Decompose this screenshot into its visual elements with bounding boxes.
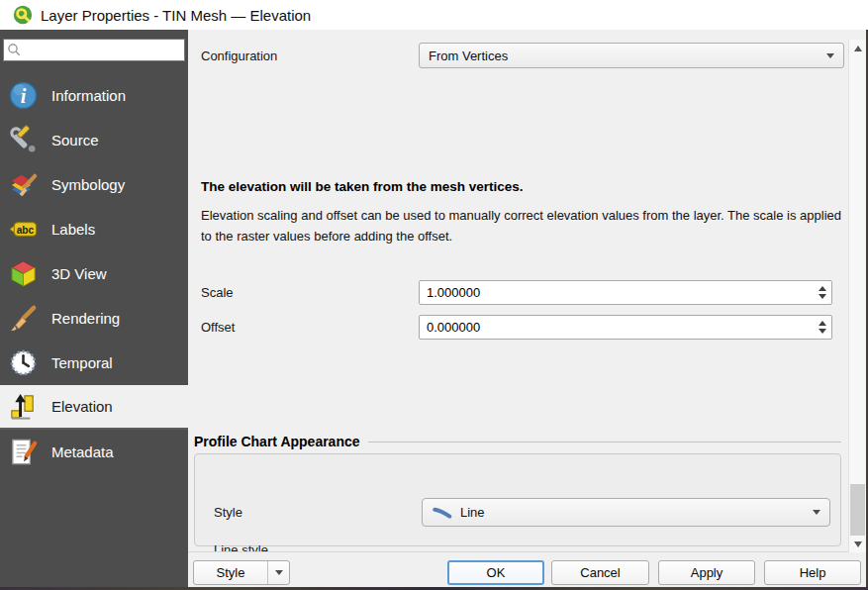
configuration-label: Configuration xyxy=(201,49,277,63)
spin-up-icon xyxy=(819,321,826,326)
svg-text:abc: abc xyxy=(17,225,35,236)
style-label: Style xyxy=(214,505,242,520)
search-input[interactable] xyxy=(22,42,181,58)
style-menu-button[interactable]: Style xyxy=(193,560,290,585)
scroll-up-button[interactable] xyxy=(849,40,866,56)
configuration-combobox[interactable]: From Vertices xyxy=(419,43,844,68)
chevron-down-icon xyxy=(813,510,820,515)
profile-style-combobox[interactable]: Line xyxy=(422,498,830,527)
header-divider xyxy=(368,442,841,442)
labels-icon: abc xyxy=(8,214,39,245)
cancel-button[interactable]: Cancel xyxy=(551,560,649,585)
profile-chart-appearance-group: Style Line Line style xyxy=(194,453,841,546)
rendering-icon xyxy=(8,303,39,334)
scale-label: Scale xyxy=(201,285,234,300)
sidebar-item-elevation[interactable]: Elevation xyxy=(0,385,188,430)
scroll-down-icon xyxy=(854,541,862,547)
profile-style-value: Line xyxy=(460,505,807,520)
offset-label: Offset xyxy=(201,320,235,335)
sidebar-item-rendering[interactable]: Rendering xyxy=(0,296,188,341)
scroll-down-button[interactable] xyxy=(849,536,866,552)
elevation-notice: The elevation will be taken from the mes… xyxy=(201,179,842,194)
elevation-settings-panel: Configuration From Vertices The elevatio… xyxy=(188,30,868,590)
offset-spinbox xyxy=(419,315,832,340)
sidebar-search[interactable] xyxy=(3,39,185,61)
title-bar: Layer Properties - TIN Mesh — Elevation xyxy=(0,0,868,30)
scale-spin-buttons[interactable] xyxy=(814,281,831,304)
sidebar-item-information[interactable]: i Information xyxy=(0,73,188,118)
metadata-icon xyxy=(8,437,39,467)
line-symbol-icon xyxy=(432,506,453,520)
apply-button[interactable]: Apply xyxy=(658,560,755,585)
elevation-icon xyxy=(8,391,39,422)
sidebar-item-label: Temporal xyxy=(51,354,113,371)
sidebar-nav: i Information Source Symbology xyxy=(0,73,188,474)
elevation-description: Elevation scaling and offset can be used… xyxy=(201,206,846,247)
sidebar-item-3d-view[interactable]: 3D View xyxy=(0,251,188,296)
profile-chart-appearance-header: Profile Chart Appearance xyxy=(194,434,841,449)
source-icon xyxy=(8,125,39,155)
scale-input[interactable] xyxy=(420,281,814,304)
search-icon xyxy=(7,43,22,57)
chevron-down-icon xyxy=(275,570,283,575)
offset-input[interactable] xyxy=(420,316,814,339)
style-menu-label: Style xyxy=(194,565,267,580)
spin-up-icon xyxy=(819,286,826,291)
style-menu-dropdown[interactable] xyxy=(267,561,289,584)
vertical-scrollbar[interactable] xyxy=(848,40,866,552)
temporal-icon xyxy=(8,347,39,378)
sidebar-item-label: Symbology xyxy=(51,176,125,193)
scrollbar-thumb[interactable] xyxy=(850,484,865,536)
line-style-label: Line style xyxy=(214,542,268,552)
symbology-icon xyxy=(8,169,39,200)
properties-sidebar: i Information Source Symbology xyxy=(0,30,188,590)
window-title: Layer Properties - TIN Mesh — Elevation xyxy=(41,7,311,24)
scale-spinbox xyxy=(419,280,832,305)
settings-viewport: Configuration From Vertices The elevatio… xyxy=(188,30,848,552)
3d-view-icon xyxy=(8,258,39,289)
sidebar-item-label: Metadata xyxy=(51,443,114,460)
chevron-down-icon xyxy=(826,53,834,58)
sidebar-item-label: Elevation xyxy=(51,398,113,415)
scroll-up-icon xyxy=(854,46,862,51)
spin-down-icon xyxy=(819,329,826,334)
sidebar-item-labels[interactable]: abc Labels xyxy=(0,207,188,251)
sidebar-item-source[interactable]: Source xyxy=(0,118,188,162)
sidebar-item-label: Labels xyxy=(51,221,95,238)
configuration-value: From Vertices xyxy=(429,49,820,63)
help-button[interactable]: Help xyxy=(764,560,861,585)
ok-button[interactable]: OK xyxy=(447,560,544,585)
sidebar-item-label: Information xyxy=(51,87,126,104)
sidebar-item-temporal[interactable]: Temporal xyxy=(0,341,188,385)
information-icon: i xyxy=(8,80,39,111)
sidebar-item-metadata[interactable]: Metadata xyxy=(0,430,188,474)
profile-chart-appearance-title: Profile Chart Appearance xyxy=(194,434,360,449)
sidebar-item-label: Rendering xyxy=(51,310,120,327)
svg-text:i: i xyxy=(21,85,27,107)
layer-properties-dialog: { "window": { "title": "Layer Properties… xyxy=(0,0,868,590)
spin-down-icon xyxy=(819,294,826,299)
sidebar-item-symbology[interactable]: Symbology xyxy=(0,162,188,207)
qgis-logo-icon xyxy=(13,5,33,25)
sidebar-item-label: 3D View xyxy=(51,265,107,282)
sidebar-item-label: Source xyxy=(51,132,99,148)
offset-spin-buttons[interactable] xyxy=(814,316,831,339)
